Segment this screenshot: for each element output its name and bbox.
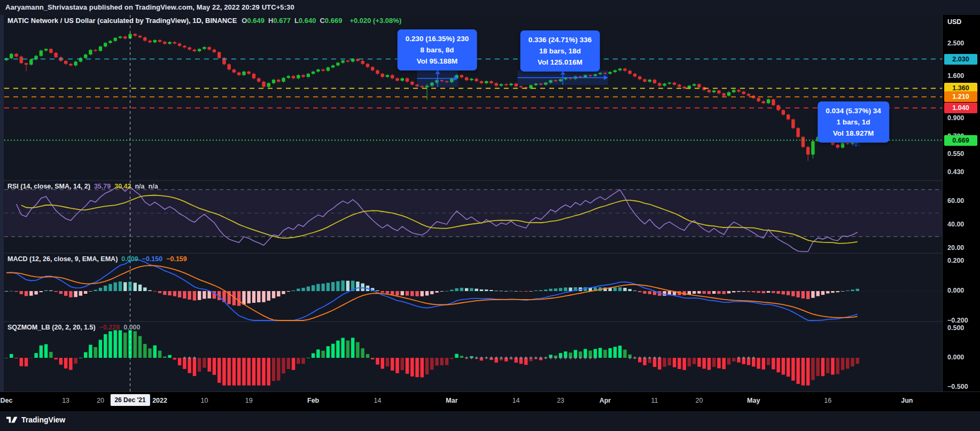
candle[interactable] [89, 50, 92, 54]
candle[interactable] [20, 57, 23, 63]
candle[interactable] [707, 90, 711, 92]
candle[interactable] [796, 128, 799, 137]
candle[interactable] [282, 78, 285, 82]
candle[interactable] [326, 67, 330, 70]
candle[interactable] [198, 49, 201, 51]
candle[interactable] [395, 79, 399, 81]
candle[interactable] [10, 54, 13, 58]
candle[interactable] [25, 63, 28, 65]
candle[interactable] [381, 74, 384, 77]
candle[interactable] [40, 51, 43, 56]
candle[interactable] [366, 64, 369, 67]
candle[interactable] [737, 90, 740, 91]
measure-tooltip[interactable]: 0.230 (16.35%) 2308 bars, 8dVol 95.188M [398, 29, 477, 70]
candle[interactable] [682, 87, 686, 88]
candle[interactable] [678, 85, 681, 87]
price-axis[interactable]: USD 2.5001.6000.9000.7000.5500.43060.004… [942, 15, 980, 391]
candle[interactable] [79, 58, 82, 62]
candle[interactable] [663, 84, 666, 86]
rsi-label[interactable]: RSI (14, close, SMA, 14, 2) [7, 183, 90, 190]
candle[interactable] [504, 84, 508, 85]
candle[interactable] [99, 46, 102, 51]
candle[interactable] [519, 86, 523, 87]
candle[interactable] [69, 64, 72, 66]
candle[interactable] [64, 61, 67, 64]
candle[interactable] [782, 110, 785, 114]
candle[interactable] [613, 70, 617, 72]
candle[interactable] [242, 72, 245, 75]
candle[interactable] [465, 77, 468, 80]
candle[interactable] [153, 40, 157, 42]
candle[interactable] [361, 61, 364, 64]
candle[interactable] [341, 60, 344, 62]
candle[interactable] [787, 115, 790, 120]
candle[interactable] [213, 50, 216, 52]
macd-label[interactable]: MACD (12, 26, close, 9, EMA, EMA) [7, 255, 118, 263]
candle[interactable] [500, 84, 503, 86]
candle[interactable] [277, 80, 280, 82]
candle[interactable] [712, 90, 715, 92]
candle[interactable] [54, 53, 57, 57]
candle[interactable] [673, 83, 676, 85]
candle[interactable] [767, 99, 770, 103]
candle[interactable] [836, 145, 839, 148]
sqzmom-pane-title[interactable]: SQZMOM_LB (20, 2, 20, 1.5)−0.2280.000 [7, 324, 141, 331]
candle[interactable] [489, 81, 493, 83]
candle[interactable] [742, 92, 745, 94]
candle[interactable] [841, 143, 844, 148]
candle[interactable] [802, 137, 805, 147]
candle[interactable] [173, 42, 176, 44]
candle[interactable] [183, 46, 186, 48]
candle[interactable] [732, 90, 735, 92]
candle[interactable] [207, 47, 211, 50]
candle[interactable] [203, 47, 206, 49]
candle[interactable] [658, 83, 661, 86]
candle[interactable] [717, 90, 720, 93]
candle[interactable] [401, 79, 404, 81]
candle[interactable] [772, 99, 775, 105]
candle[interactable] [391, 75, 394, 79]
candle[interactable] [693, 84, 696, 86]
candle[interactable] [301, 75, 305, 77]
candle[interactable] [643, 79, 646, 82]
candle[interactable] [148, 41, 151, 42]
candle[interactable] [232, 69, 236, 73]
candle[interactable] [371, 67, 374, 70]
symbol-title[interactable]: MATIC Network / US Dollar (calculated by… [7, 17, 237, 25]
candle[interactable] [193, 50, 196, 51]
candle[interactable] [410, 82, 414, 85]
symbol-title-row[interactable]: MATIC Network / US Dollar (calculated by… [7, 17, 401, 25]
candle[interactable] [638, 76, 641, 79]
candle[interactable] [668, 83, 671, 84]
candle[interactable] [312, 72, 315, 74]
candle[interactable] [346, 60, 349, 61]
candle[interactable] [316, 69, 320, 72]
candle[interactable] [633, 74, 636, 76]
candle[interactable] [228, 64, 231, 69]
candle[interactable] [178, 43, 181, 45]
candle[interactable] [134, 34, 137, 36]
candle[interactable] [237, 73, 240, 75]
candle[interactable] [628, 70, 632, 74]
candle[interactable] [287, 76, 290, 77]
candle[interactable] [529, 85, 532, 88]
candle[interactable] [811, 141, 814, 154]
candle[interactable] [747, 94, 750, 96]
candle[interactable] [217, 52, 221, 58]
candle[interactable] [806, 147, 810, 154]
candle[interactable] [406, 79, 409, 82]
candle[interactable] [307, 74, 310, 77]
candle[interactable] [618, 69, 621, 70]
candle[interactable] [188, 48, 191, 50]
measure-tooltip[interactable]: 0.034 (5.37%) 341 bars, 1dVol 18.927M [818, 101, 889, 143]
candle[interactable] [757, 98, 760, 101]
candle[interactable] [697, 84, 701, 88]
candle[interactable] [123, 36, 127, 38]
candle[interactable] [247, 72, 251, 74]
candle[interactable] [623, 69, 626, 71]
candle[interactable] [44, 49, 48, 51]
candle[interactable] [480, 81, 483, 83]
candle[interactable] [321, 69, 324, 70]
candle[interactable] [143, 37, 146, 41]
candle[interactable] [648, 80, 651, 82]
